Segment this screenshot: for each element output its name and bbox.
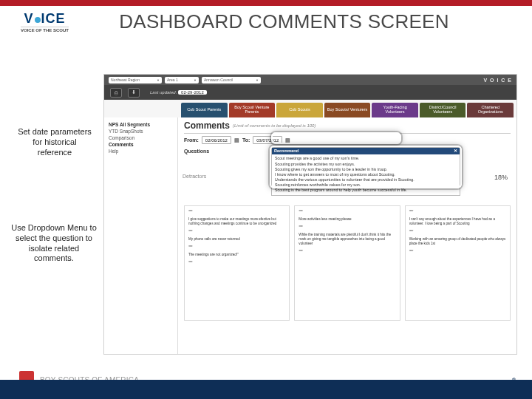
sidebar-item[interactable]: Help	[109, 149, 173, 154]
recommend-header: Recommend	[274, 149, 299, 154]
comment-text: Working with an amazing group of dedicat…	[409, 237, 506, 246]
rating-stars: *****	[188, 245, 285, 250]
close-icon[interactable]: ✕	[454, 149, 457, 154]
area-dropdown[interactable]: Area 1▼	[165, 77, 199, 83]
to-label: To:	[242, 137, 250, 143]
mic-icon	[35, 17, 41, 23]
comment-card: *****More activities less meeting please…	[294, 205, 400, 321]
rating-stars: *****	[299, 249, 395, 254]
callout-dropdown: Use Dropdown Menu to select the question…	[9, 223, 99, 264]
sidebar-group: NPS All Segments	[109, 122, 173, 127]
tab[interactable]: Chartered Organizations	[467, 103, 514, 117]
tab[interactable]: Boy Scouts/ Venturers	[324, 103, 371, 117]
comment-card: *****I can't say enough about the experi…	[405, 205, 511, 321]
tab[interactable]: Cub Scout Parents	[181, 103, 228, 117]
recommend-option[interactable]: Scouting reinforces worthwhile values fo…	[275, 183, 457, 188]
comment-card: *****I give suggestions to make our meet…	[184, 205, 290, 321]
date-filters: From: 02/06/2012 ▤ To: 03/07/2012 ▤	[184, 136, 511, 144]
dashboard-screenshot: Northeast Region▼ Area 1▼ Annawon Counci…	[103, 74, 517, 355]
chevron-down-icon: ▼	[157, 78, 160, 82]
from-date-input[interactable]: 02/06/2012	[202, 136, 231, 144]
tab[interactable]: Youth-Facing Volunteers	[372, 103, 418, 117]
recommend-option[interactable]: Scouting gives my son the opportunity to…	[275, 167, 457, 172]
rating-stars: *****	[409, 229, 506, 234]
rating-stars: *****	[188, 209, 285, 214]
top-red-bar	[0, 0, 532, 6]
rating-stars: *****	[188, 229, 285, 234]
logo-tagline: VOICE OF THE SCOUT	[21, 27, 69, 33]
small-voice-logo: V O I C E	[483, 78, 512, 83]
callout-dates: Set date parameters for historical refer…	[15, 127, 95, 157]
download-icon[interactable]: ⬇	[128, 88, 140, 98]
comment-text: I can't say enough about the experiences…	[409, 217, 506, 226]
comment-text: More activities less meeting please	[299, 217, 395, 222]
main-panel: Comments (Limit of comments to be displa…	[178, 117, 516, 354]
comment-text: I give suggestions to make our meetings …	[188, 217, 285, 226]
rating-stars: *****	[409, 209, 506, 214]
region-dropdown[interactable]: Northeast Region▼	[109, 77, 162, 83]
breadcrumb: Comments (Limit of comments to be displa…	[184, 120, 511, 134]
rating-stars: *****	[299, 209, 395, 214]
screenshot-topbar: Northeast Region▼ Area 1▼ Annawon Counci…	[104, 75, 516, 85]
segment-tabs: Cub Scout ParentsBoy Scout/ Venture Pare…	[104, 100, 516, 117]
rating-stars: *****	[409, 249, 506, 254]
sidebar-item[interactable]: Comparison	[109, 135, 173, 140]
footer-blue-bar	[0, 380, 532, 399]
page-title: Comments	[184, 120, 230, 131]
slide-title: DASHBOARD COMMENTS SCREEN	[81, 10, 532, 33]
recommend-dropdown-panel[interactable]: Recommend✕ Scout meetings are a good use…	[271, 147, 460, 196]
tab[interactable]: Cub Scouts	[276, 103, 323, 117]
sidebar-item[interactable]: Comments	[109, 142, 173, 147]
tab[interactable]: District/Council Volunteers	[420, 103, 466, 117]
rating-stars: *****	[299, 225, 395, 230]
logo-ce: CE	[46, 11, 66, 26]
logo-v: V	[24, 11, 33, 26]
to-date-input[interactable]: 03/07/2012	[253, 136, 282, 144]
comment-text: While the training materials are plentif…	[299, 233, 395, 247]
recommend-option[interactable]: I know where to get answers to most of m…	[275, 172, 457, 177]
calendar-icon[interactable]: ▤	[234, 137, 239, 143]
comment-text: My phone calls are never returned	[188, 237, 285, 242]
recommend-option[interactable]: Scouting provides the activites my son e…	[275, 162, 457, 167]
calendar-icon[interactable]: ▤	[285, 137, 290, 143]
chevron-down-icon: ▼	[194, 78, 197, 82]
sidebar: NPS All Segments YTD SnapShotsComparison…	[104, 117, 178, 354]
last-updated: Last updated: 02-29-2012	[150, 90, 207, 95]
tab[interactable]: Boy Scout/ Venture Parents	[229, 103, 276, 117]
voice-logo: VICE VOICE OF THE SCOUT	[21, 11, 69, 33]
recommend-option[interactable]: Scout meetings are a good use of my son'…	[275, 156, 457, 161]
percent-value: 18%	[494, 174, 508, 181]
council-dropdown[interactable]: Annawon Council▼	[202, 77, 261, 83]
sidebar-item[interactable]: YTD SnapShots	[109, 129, 173, 134]
rating-stars: *****	[188, 260, 285, 265]
slide-footer: BOY SCOUTS OF AMERICA Prepared. For Life…	[0, 362, 532, 399]
print-icon[interactable]: ⎙	[110, 88, 122, 98]
from-label: From:	[184, 137, 199, 143]
screenshot-toolbar: ⎙ ⬇ Last updated: 02-29-2012	[104, 85, 516, 100]
slide-header: VICE VOICE OF THE SCOUT DASHBOARD COMMEN…	[0, 6, 532, 35]
chevron-down-icon: ▼	[256, 78, 259, 82]
page-subtitle: (Limit of comments to be displayed is 10…	[233, 123, 316, 128]
detractors-label: Detractors	[183, 174, 206, 179]
comment-cards: *****I give suggestions to make our meet…	[184, 205, 511, 321]
recommend-option[interactable]: Understands the various opportunities to…	[275, 177, 457, 183]
comment-text: The meetings are not organized!"	[188, 253, 285, 257]
recommend-option[interactable]: Scouting is the best program around to h…	[275, 188, 457, 193]
